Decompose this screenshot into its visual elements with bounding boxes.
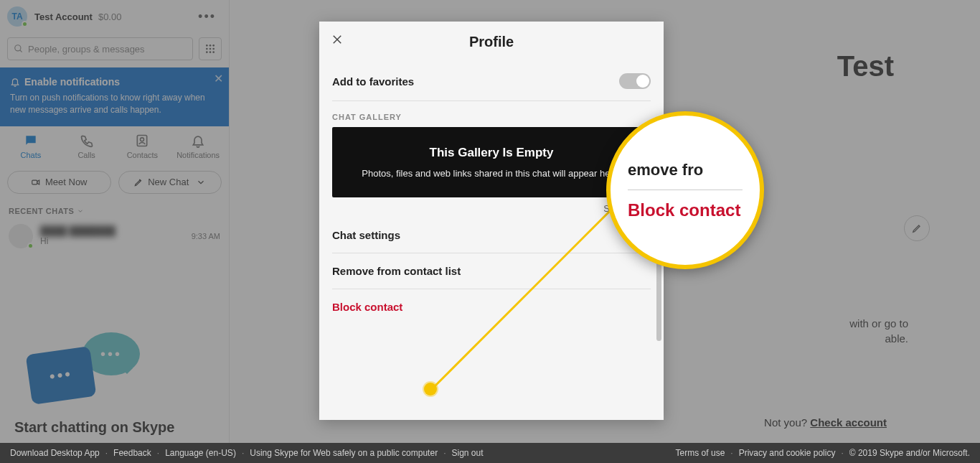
svg-line-1 — [20, 50, 22, 52]
chat-settings-label: Chat settings — [332, 229, 400, 241]
dialpad-icon — [204, 43, 216, 55]
gallery-empty-desc: Photos, files and web links shared in th… — [347, 167, 636, 180]
footer-terms-link[interactable]: Terms of use — [676, 448, 725, 458]
chat-list-item[interactable]: ████ ███████ Hi 9:33 AM — [0, 218, 229, 254]
svg-point-4 — [212, 45, 215, 47]
footer-safety-link[interactable]: Using Skype for Web safely on a public c… — [250, 448, 438, 458]
contact-avatar — [9, 224, 33, 248]
phone-icon — [80, 134, 94, 148]
new-chat-button[interactable]: New Chat — [118, 171, 222, 194]
svg-point-12 — [141, 137, 144, 141]
recent-chats-header[interactable]: RECENT CHATS — [0, 201, 229, 218]
modal-body: Add to favorites CHAT GALLERY This Galle… — [319, 62, 664, 420]
add-favorites-label: Add to favorites — [332, 75, 414, 88]
sidebar: TA Test Account $0.00 ••• People, groups… — [0, 0, 230, 443]
block-contact-row[interactable]: Block contact — [332, 289, 651, 324]
hint-line2: able. — [885, 332, 908, 345]
search-icon — [14, 44, 24, 54]
chat-gallery-heading: CHAT GALLERY — [332, 101, 651, 127]
user-avatar[interactable]: TA — [7, 6, 27, 27]
action-buttons: Meet Now New Chat — [0, 164, 229, 201]
chat-item-main: ████ ███████ Hi — [40, 225, 192, 246]
new-chat-label: New Chat — [148, 177, 189, 187]
nav-tabs: Chats Calls Contacts Notifications — [0, 126, 229, 164]
speech-bubble-icon: ••• — [26, 346, 97, 405]
svg-point-8 — [206, 51, 208, 53]
close-modal-button[interactable] — [331, 33, 344, 49]
search-input[interactable]: People, groups & messages — [7, 37, 193, 60]
footer-privacy-link[interactable]: Privacy and cookie policy — [739, 448, 836, 458]
not-you-label: Not you? — [764, 416, 807, 429]
recent-chats-label: RECENT CHATS — [9, 207, 74, 215]
meet-now-button[interactable]: Meet Now — [7, 171, 111, 194]
status-online-icon — [27, 243, 34, 249]
add-favorites-row[interactable]: Add to favorites — [332, 62, 651, 101]
chat-contact-name: ████ ███████ — [40, 225, 192, 236]
footer-download-link[interactable]: Download Desktop App — [10, 448, 100, 458]
modal-title: Profile — [469, 34, 514, 50]
footer-feedback-link[interactable]: Feedback — [113, 448, 151, 458]
account-balance: $0.00 — [98, 11, 122, 22]
nav-calls[interactable]: Calls — [62, 134, 112, 159]
nav-notifications[interactable]: Notifications — [173, 134, 223, 159]
nav-contacts-label: Contacts — [127, 151, 158, 159]
bell-icon — [10, 77, 20, 87]
promo-title: Start chatting on Skype — [14, 419, 174, 436]
svg-point-5 — [206, 48, 208, 50]
dialpad-button[interactable] — [199, 37, 222, 60]
nav-notifications-label: Notifications — [176, 151, 220, 159]
chevron-down-icon — [77, 207, 84, 215]
svg-point-2 — [206, 45, 208, 47]
search-placeholder: People, groups & messages — [28, 44, 145, 55]
notification-description: Turn on push notifications to know right… — [10, 92, 219, 116]
notification-banner[interactable]: ✕ Enable notifications Turn on push noti… — [0, 67, 229, 126]
nav-contacts[interactable]: Contacts — [117, 134, 167, 159]
check-account-link[interactable]: Check account — [810, 416, 887, 429]
svg-point-6 — [209, 48, 212, 50]
meet-now-label: Meet Now — [45, 177, 88, 187]
status-online-icon — [22, 21, 28, 27]
highlight-magnifier: emove fro Block contact — [606, 111, 764, 269]
edit-button[interactable] — [904, 215, 930, 241]
notification-title-row: Enable notifications — [10, 76, 219, 88]
chat-preview: Hi — [40, 236, 192, 246]
hint-line1: with or go to — [849, 317, 908, 329]
account-name: Test Account — [34, 11, 93, 22]
more-menu-button[interactable]: ••• — [192, 6, 222, 27]
notification-title: Enable notifications — [24, 76, 120, 88]
remove-contact-row[interactable]: Remove from contact list — [332, 253, 651, 289]
promo-panel: ••• ••• Start chatting on Skype — [14, 329, 174, 436]
video-icon — [31, 177, 41, 187]
promo-illustration: ••• ••• — [14, 329, 158, 415]
pencil-icon — [911, 223, 923, 234]
contacts-icon — [135, 134, 149, 148]
not-you-row: Not you? Check account — [764, 416, 887, 429]
sidebar-header: TA Test Account $0.00 ••• — [0, 0, 229, 33]
main-hint-text: with or go to able. — [849, 316, 908, 346]
chat-settings-row[interactable]: Chat settings — [332, 217, 651, 253]
chat-timestamp: 9:33 AM — [192, 232, 220, 240]
contact-name-heading: Test — [837, 50, 894, 83]
close-icon — [331, 33, 344, 46]
search-row: People, groups & messages — [0, 33, 229, 67]
svg-point-9 — [209, 51, 212, 53]
footer-signout-link[interactable]: Sign out — [451, 448, 483, 458]
avatar-initials: TA — [11, 11, 22, 22]
show-more-link[interactable]: Show more — [332, 197, 651, 217]
nav-chats[interactable]: Chats — [6, 134, 56, 159]
chevron-down-icon — [196, 177, 206, 187]
modal-header: Profile — [319, 22, 664, 62]
svg-point-0 — [15, 45, 21, 51]
svg-rect-13 — [32, 180, 37, 184]
svg-point-10 — [212, 51, 215, 53]
svg-point-7 — [212, 48, 215, 50]
footer-language-link[interactable]: Language (en-US) — [165, 448, 236, 458]
gallery-empty-title: This Gallery Is Empty — [347, 146, 636, 160]
block-contact-label: Block contact — [332, 301, 402, 313]
chat-gallery-panel: This Gallery Is Empty Photos, files and … — [332, 127, 651, 197]
svg-point-3 — [209, 45, 212, 47]
nav-calls-label: Calls — [77, 151, 95, 159]
favorites-toggle[interactable] — [619, 73, 651, 89]
bell-outline-icon — [191, 134, 205, 148]
close-icon[interactable]: ✕ — [214, 72, 223, 85]
